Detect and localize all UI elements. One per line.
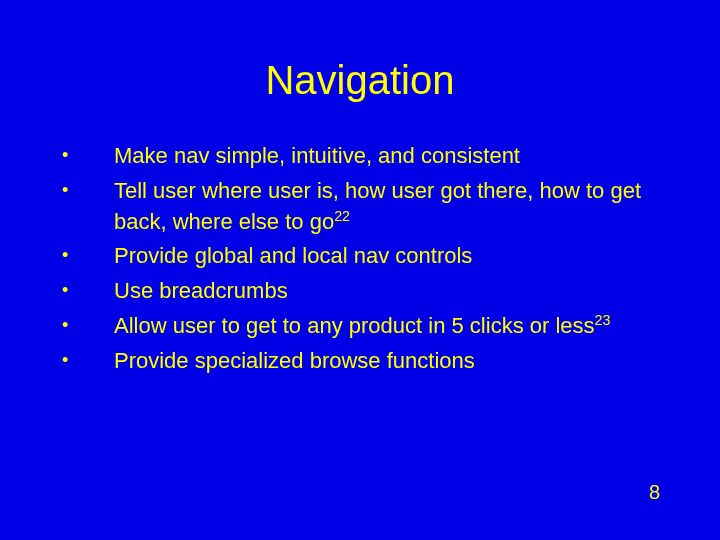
bullet-icon: • bbox=[62, 141, 114, 172]
list-item: • Make nav simple, intuitive, and consis… bbox=[62, 141, 660, 172]
bullet-text: Make nav simple, intuitive, and consiste… bbox=[114, 141, 660, 172]
list-item: • Provide specialized browse functions bbox=[62, 346, 660, 377]
list-item: • Provide global and local nav controls bbox=[62, 241, 660, 272]
bullet-icon: • bbox=[62, 276, 114, 307]
bullet-icon: • bbox=[62, 241, 114, 272]
list-item: • Tell user where user is, how user got … bbox=[62, 176, 660, 238]
bullet-text: Provide global and local nav controls bbox=[114, 241, 660, 272]
bullet-icon: • bbox=[62, 311, 114, 342]
list-item: • Allow user to get to any product in 5 … bbox=[62, 311, 660, 342]
bullet-text: Use breadcrumbs bbox=[114, 276, 660, 307]
bullet-icon: • bbox=[62, 346, 114, 377]
bullet-text: Tell user where user is, how user got th… bbox=[114, 176, 660, 238]
slide-title: Navigation bbox=[0, 0, 720, 141]
slide-body: • Make nav simple, intuitive, and consis… bbox=[0, 141, 720, 377]
list-item: • Use breadcrumbs bbox=[62, 276, 660, 307]
bullet-text: Provide specialized browse functions bbox=[114, 346, 660, 377]
bullet-icon: • bbox=[62, 176, 114, 238]
page-number: 8 bbox=[649, 481, 660, 504]
bullet-text: Allow user to get to any product in 5 cl… bbox=[114, 311, 660, 342]
